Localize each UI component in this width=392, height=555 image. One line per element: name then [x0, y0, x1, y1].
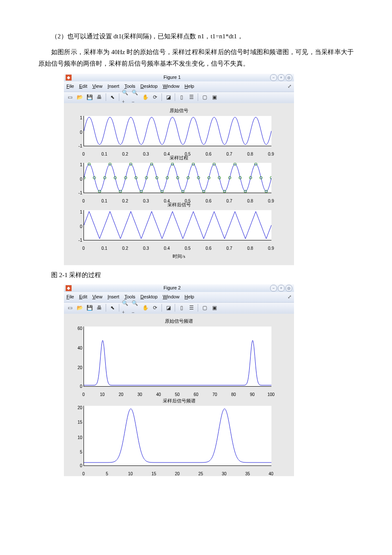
xtick: 0 [82, 245, 85, 252]
window-close-button[interactable]: ◎ [285, 74, 292, 81]
menu-view[interactable]: View [92, 293, 103, 301]
xtick-row: 00.10.20.30.40.50.60.70.80.9 [84, 193, 271, 199]
figure-1-caption: 图 2-1 采样的过程 [38, 269, 354, 281]
axes[interactable]: 60 40 20 0 [84, 327, 271, 387]
matlab-icon: ◆ [66, 75, 72, 81]
plot-line [84, 327, 271, 386]
menu-more-icon[interactable]: ⤢ [288, 82, 291, 91]
menu-view[interactable]: View [92, 82, 103, 91]
rotate-icon[interactable]: ⟳ [151, 93, 159, 102]
figure-2-title: Figure 2 [74, 284, 270, 292]
window-close-button[interactable]: ◎ [285, 285, 292, 292]
xtick: 0.9 [268, 245, 274, 252]
xtick-row: 00.10.20.30.40.50.60.70.80.9 [84, 146, 271, 152]
show-tools-icon[interactable]: ▣ [210, 93, 219, 102]
figure-2-titlebar[interactable]: ◆ Figure 2 − + ◎ [64, 284, 294, 292]
axes[interactable]: 1 0 -1 [84, 116, 271, 146]
rotate-icon[interactable]: ⟳ [151, 304, 159, 312]
ytick: 1 [72, 161, 82, 169]
menu-desktop[interactable]: Desktop [141, 82, 158, 91]
ytick: 0 [72, 462, 82, 470]
axes[interactable]: 1 0 -1 [84, 163, 271, 193]
xtick: 25 [198, 470, 203, 478]
toolbar-separator [175, 304, 175, 312]
menu-edit[interactable]: Edit [79, 293, 87, 301]
xtick: 5 [106, 470, 108, 478]
ytick: 20 [72, 364, 82, 372]
xtick: 0 [82, 470, 85, 478]
pan-icon[interactable]: ✋ [141, 304, 150, 312]
save-icon[interactable]: 💾 [85, 304, 94, 312]
xtick: 40 [268, 470, 273, 478]
window-minimize-button[interactable]: − [270, 285, 277, 292]
menu-window[interactable]: Window [163, 293, 179, 301]
xlabel: 时间/s [66, 252, 291, 261]
menu-help[interactable]: Help [184, 293, 194, 301]
zoom-in-icon[interactable]: 🔍+ [121, 93, 130, 102]
menu-insert[interactable]: Insert [107, 82, 119, 91]
menu-file[interactable]: File [66, 82, 74, 91]
ytick: 0 [72, 129, 82, 136]
axes[interactable]: 20 15 10 5 0 [84, 406, 271, 466]
ytick: -1 [72, 237, 82, 244]
save-icon[interactable]: 💾 [85, 93, 94, 102]
toolbar-separator [119, 93, 119, 101]
figure-1-titlebar[interactable]: ◆ Figure 1 − + ◎ [64, 74, 294, 81]
zoom-out-icon[interactable]: 🔍− [131, 304, 140, 312]
toolbar-separator [161, 304, 162, 312]
menu-insert[interactable]: Insert [107, 293, 119, 301]
subplot-original-signal: 原始信号 1 0 -1 00.10.20.30.40.50.60.70.80.9 [66, 107, 291, 152]
menu-window[interactable]: Window [163, 82, 179, 91]
open-icon[interactable]: 📂 [75, 304, 84, 312]
legend-icon[interactable]: ☰ [187, 93, 196, 102]
figure-1-window: ◆ Figure 1 − + ◎ File Edit View Insert T… [64, 74, 294, 265]
subplot-sampled-spectrum: 采样后信号频谱 20 15 10 5 0 0510152025303540 [66, 397, 291, 472]
new-figure-icon[interactable]: ▭ [66, 93, 74, 102]
data-cursor-icon[interactable]: ◪ [164, 93, 173, 102]
window-maximize-button[interactable]: + [278, 74, 285, 81]
new-figure-icon[interactable]: ▭ [66, 304, 74, 312]
ytick: -1 [72, 189, 82, 197]
figure-2-window: ◆ Figure 2 − + ◎ File Edit View Insert T… [64, 284, 294, 476]
window-maximize-button[interactable]: + [278, 285, 285, 292]
paragraph-1: （2）也可以通过设置 dt1(采样间隔)，已知采样点数 n1，t1=n1*dt1… [38, 31, 354, 42]
figure-1-title: Figure 1 [74, 73, 270, 82]
open-icon[interactable]: 📂 [75, 93, 84, 102]
colorbar-icon[interactable]: ▯ [177, 304, 186, 312]
xtick: 35 [245, 470, 250, 478]
zoom-out-icon[interactable]: 🔍− [131, 93, 140, 102]
xtick: 30 [222, 470, 226, 478]
zoom-in-icon[interactable]: 🔍+ [121, 304, 130, 312]
axes[interactable]: 1 0 -1 [84, 210, 271, 240]
ytick: 20 [72, 404, 82, 412]
matlab-icon: ◆ [66, 285, 72, 291]
hide-tools-icon[interactable]: ▢ [200, 304, 209, 312]
ytick: 0 [72, 383, 82, 390]
menu-file[interactable]: File [66, 293, 74, 301]
ytick: 40 [72, 344, 82, 352]
figure-2-menubar: File Edit View Insert Tools Desktop Wind… [64, 292, 294, 302]
xtick: 0.6 [205, 245, 211, 252]
edit-plot-icon[interactable]: ⬉ [108, 93, 117, 102]
show-tools-icon[interactable]: ▣ [210, 304, 219, 312]
subplot-title: 原始信号 [66, 107, 291, 115]
figure-1-toolbar: ▭ 📂 💾 🖶 ⬉ 🔍+ 🔍− ✋ ⟳ ◪ ▯ ☰ ▢ ▣ [64, 92, 294, 103]
pan-icon[interactable]: ✋ [141, 93, 150, 102]
menu-help[interactable]: Help [184, 82, 194, 91]
edit-plot-icon[interactable]: ⬉ [108, 304, 117, 312]
subplot-original-spectrum: 原始信号频谱 60 40 20 0 0102030405060708090100 [66, 317, 291, 393]
print-icon[interactable]: 🖶 [95, 304, 104, 312]
toolbar-separator [198, 93, 198, 101]
data-cursor-icon[interactable]: ◪ [164, 304, 173, 312]
window-minimize-button[interactable]: − [270, 74, 277, 81]
hide-tools-icon[interactable]: ▢ [200, 93, 209, 102]
toolbar-separator [175, 93, 175, 101]
menu-desktop[interactable]: Desktop [141, 293, 158, 301]
legend-icon[interactable]: ☰ [187, 304, 196, 312]
menu-more-icon[interactable]: ⤢ [288, 293, 291, 301]
colorbar-icon[interactable]: ▯ [177, 93, 186, 102]
menu-edit[interactable]: Edit [79, 82, 87, 91]
figure-1-menubar: File Edit View Insert Tools Desktop Wind… [64, 81, 294, 92]
ytick: 0 [72, 223, 82, 231]
print-icon[interactable]: 🖶 [95, 93, 104, 102]
